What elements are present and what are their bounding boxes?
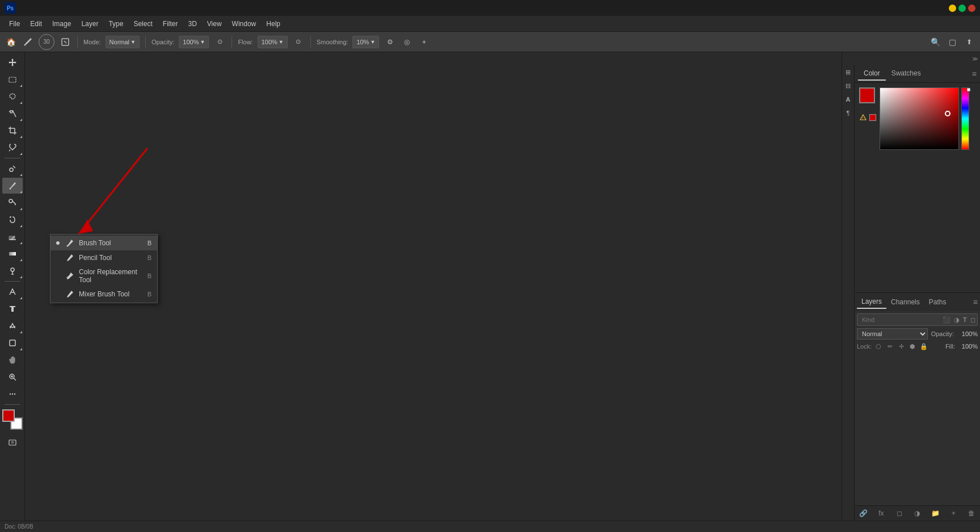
- spot-healing-btn[interactable]: [2, 161, 23, 177]
- history-brush-btn[interactable]: [2, 212, 23, 228]
- filter-adjust-icon[interactable]: ◑: [954, 316, 960, 324]
- tab-color[interactable]: Color: [858, 67, 886, 81]
- options-brush-icon[interactable]: [22, 36, 34, 48]
- opacity-pressure-icon[interactable]: ⊙: [213, 36, 226, 48]
- eyedropper-btn[interactable]: [2, 140, 23, 156]
- hue-slider-handle[interactable]: [967, 88, 970, 91]
- layers-panel-menu-btn[interactable]: ≡: [973, 298, 978, 307]
- more-tools-btn[interactable]: [2, 386, 23, 402]
- share-icon[interactable]: ⬆: [963, 36, 975, 48]
- pen-tool-btn[interactable]: [2, 284, 23, 300]
- sidebar-type-icon[interactable]: A: [843, 94, 853, 104]
- shape-tool-btn[interactable]: [2, 335, 23, 351]
- close-button[interactable]: ✕: [968, 5, 975, 12]
- menu-file[interactable]: File: [5, 19, 24, 29]
- color-replacement-menu-item[interactable]: Color Replacement Tool B: [51, 265, 157, 287]
- hue-slider[interactable]: [961, 87, 969, 150]
- lock-all-btn[interactable]: 🔒: [919, 342, 928, 351]
- hand-tool-btn[interactable]: [2, 352, 23, 368]
- menu-edit[interactable]: Edit: [26, 19, 47, 29]
- sidebar-adjust-icon[interactable]: ⊟: [843, 81, 853, 91]
- options-home-icon[interactable]: 🏠: [5, 36, 17, 48]
- new-adjustment-btn[interactable]: ◑: [912, 508, 922, 518]
- lasso-tool-btn[interactable]: [2, 89, 23, 104]
- search-icon[interactable]: 🔍: [929, 36, 941, 48]
- menu-layer[interactable]: Layer: [77, 19, 103, 29]
- mode-dropdown[interactable]: Normal ▼: [106, 36, 140, 48]
- crop-tool-btn[interactable]: [2, 123, 23, 139]
- color-saturation-brightness-box[interactable]: [880, 87, 959, 150]
- angle-icon[interactable]: ◎: [401, 36, 413, 48]
- lock-transparent-btn[interactable]: ⬡: [874, 342, 883, 351]
- canvas-area[interactable]: Brush Tool B Pencil Tool B: [25, 52, 842, 521]
- clone-stamp-btn[interactable]: [2, 195, 23, 211]
- out-of-gamut-icon[interactable]: !: [859, 114, 867, 122]
- add-mask-btn[interactable]: ◻: [894, 508, 905, 518]
- arrange-icon[interactable]: ▢: [946, 36, 958, 48]
- tab-layers[interactable]: Layers: [857, 295, 886, 309]
- foreground-color-picker[interactable]: [859, 87, 875, 103]
- menu-filter[interactable]: Filter: [158, 19, 183, 29]
- brush-tool-btn[interactable]: [2, 178, 23, 194]
- delete-layer-btn[interactable]: 🗑: [966, 508, 977, 518]
- menu-type[interactable]: Type: [104, 19, 128, 29]
- status-text: Doc: 0B/0B: [5, 523, 33, 530]
- path-selection-btn[interactable]: [2, 318, 23, 334]
- link-layers-btn[interactable]: 🔗: [858, 508, 868, 518]
- filter-pixel-icon[interactable]: ⬛: [943, 316, 950, 324]
- opacity-dropdown[interactable]: 100% ▼: [179, 36, 209, 48]
- tab-swatches[interactable]: Swatches: [886, 67, 927, 81]
- svg-line-4: [12, 110, 16, 117]
- new-group-btn[interactable]: 📁: [930, 508, 940, 518]
- new-layer-btn[interactable]: +: [948, 508, 958, 518]
- lock-position-btn[interactable]: ✛: [897, 342, 906, 351]
- tab-channels[interactable]: Channels: [886, 296, 924, 308]
- magic-wand-btn[interactable]: [2, 106, 23, 122]
- smoothing-dropdown[interactable]: 10% ▼: [352, 36, 379, 48]
- flow-dropdown[interactable]: 100% ▼: [258, 36, 288, 48]
- smoothing-settings-icon[interactable]: ⚙: [384, 36, 396, 48]
- gamut-color-swatch[interactable]: [869, 114, 876, 121]
- menu-3d[interactable]: 3D: [183, 19, 201, 29]
- lock-artboard-btn[interactable]: ⬢: [908, 342, 917, 351]
- sidebar-expand-icon[interactable]: ⊞: [843, 67, 853, 77]
- tab-paths[interactable]: Paths: [924, 296, 951, 308]
- pencil-tool-menu-item[interactable]: Pencil Tool B: [51, 250, 157, 265]
- menu-view[interactable]: View: [203, 19, 226, 29]
- filter-shape-icon[interactable]: ◻: [970, 316, 975, 324]
- quick-mask-btn[interactable]: [2, 434, 23, 450]
- menu-select[interactable]: Select: [129, 19, 157, 29]
- gradient-btn[interactable]: [2, 246, 23, 262]
- menu-image[interactable]: Image: [48, 19, 75, 29]
- minimize-button[interactable]: −: [949, 5, 956, 12]
- eraser-btn[interactable]: [2, 229, 23, 245]
- menu-help[interactable]: Help: [262, 19, 285, 29]
- maximize-button[interactable]: □: [958, 5, 966, 12]
- zoom-tool-btn[interactable]: [2, 369, 23, 385]
- mixer-brush-icon: [65, 290, 74, 299]
- color-panel-menu-btn[interactable]: ≡: [972, 69, 977, 78]
- rectangle-select-btn[interactable]: [2, 72, 23, 87]
- flow-pressure-icon[interactable]: ⊙: [292, 36, 305, 48]
- collapse-panel-btn[interactable]: ≫: [972, 56, 978, 62]
- lock-paint-btn[interactable]: ✏: [885, 342, 894, 351]
- brush-tool-menu-item[interactable]: Brush Tool B: [51, 236, 157, 250]
- symmetry-icon[interactable]: ⌖: [418, 36, 430, 48]
- sidebar-para-icon[interactable]: ¶: [843, 108, 853, 118]
- filter-type-icon[interactable]: T: [963, 316, 967, 323]
- layers-blend-mode-select[interactable]: Normal: [857, 328, 928, 340]
- dodge-btn[interactable]: [2, 263, 23, 279]
- add-fx-btn[interactable]: fx: [876, 508, 886, 518]
- mixer-brush-menu-item[interactable]: Mixer Brush Tool B: [51, 287, 157, 301]
- layers-body: ⬛ ◑ T ◻ 🔒 Normal Opac: [855, 311, 980, 505]
- layers-kind-search[interactable]: [862, 316, 940, 323]
- layers-search-row: ⬛ ◑ T ◻ 🔒: [857, 313, 978, 326]
- type-tool-btn[interactable]: [2, 301, 23, 317]
- menu-window[interactable]: Window: [228, 19, 261, 29]
- title-bar-controls[interactable]: − □ ✕: [949, 5, 975, 12]
- ps-logo: Ps: [5, 2, 16, 14]
- move-tool-btn[interactable]: [2, 55, 23, 70]
- color-swatches[interactable]: [2, 409, 23, 430]
- brush-mode-icon[interactable]: [59, 36, 71, 48]
- foreground-color-swatch[interactable]: [2, 409, 15, 422]
